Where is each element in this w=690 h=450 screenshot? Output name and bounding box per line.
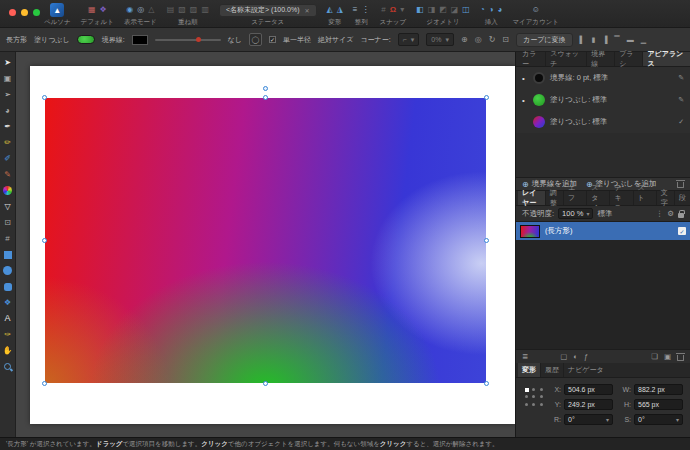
rounded-rectangle-tool[interactable] bbox=[1, 279, 15, 294]
adjustment-icon[interactable]: ◐ bbox=[573, 353, 578, 361]
pen-tool[interactable]: ✒ bbox=[1, 119, 15, 134]
document-title-tab[interactable]: <名称未設定> (100.0%) ✕ bbox=[219, 4, 317, 17]
canvas[interactable] bbox=[16, 52, 515, 437]
hand-tool[interactable]: ✋ bbox=[1, 343, 15, 358]
tab-effects[interactable]: エフェ bbox=[563, 191, 586, 205]
align-center-h-icon[interactable]: ▮ bbox=[592, 36, 596, 44]
selected-gradient-rectangle[interactable] bbox=[45, 98, 486, 383]
transparency-tool[interactable]: ▽ bbox=[1, 199, 15, 214]
align-bottom-icon[interactable]: ▁ bbox=[641, 36, 646, 44]
flip-horizontal-icon[interactable]: ◭ bbox=[327, 6, 333, 14]
tab-brushes[interactable]: ブラシ bbox=[614, 52, 642, 66]
selection-handle-top-right[interactable] bbox=[484, 95, 489, 100]
align-middle-icon[interactable]: ▬ bbox=[627, 36, 634, 43]
tab-swatches[interactable]: スウォッチ bbox=[545, 52, 586, 66]
effects-icon[interactable]: ƒ bbox=[584, 353, 588, 361]
edit-pencil-icon[interactable]: ✎ bbox=[678, 74, 684, 82]
selection-handle-top-left[interactable] bbox=[42, 95, 47, 100]
appearance-row-stroke[interactable]: • 境界線: 0 pt, 標準 ✎ bbox=[516, 67, 690, 89]
corner-tool[interactable]: ◕ bbox=[1, 103, 15, 118]
fill-tool[interactable] bbox=[1, 183, 15, 198]
color-defaults-icon[interactable]: ▦ bbox=[88, 6, 96, 14]
align-left-icon[interactable]: ▌ bbox=[580, 36, 585, 43]
layer-row-rectangle[interactable]: (長方形) ✓ bbox=[516, 222, 690, 240]
zoom-window-button[interactable] bbox=[33, 9, 40, 16]
selection-handle-middle-left[interactable] bbox=[42, 238, 47, 243]
sync-defaults-icon[interactable]: ❖ bbox=[99, 6, 106, 14]
tab-transform[interactable]: 変形 bbox=[518, 363, 540, 377]
absolute-size-label[interactable]: 絶対サイズ bbox=[318, 35, 354, 45]
tab-character[interactable]: 文字 bbox=[656, 191, 674, 205]
artboard-tool[interactable]: ▣ bbox=[1, 71, 15, 86]
snap-center-icon[interactable]: ◎ bbox=[475, 35, 482, 44]
s-input[interactable]: 0° ▾ bbox=[634, 414, 683, 425]
fill-color-swatch[interactable] bbox=[77, 35, 95, 44]
minimize-window-button[interactable] bbox=[21, 9, 28, 16]
insert-on-top-icon[interactable]: ◑ bbox=[489, 6, 494, 14]
move-tool[interactable]: ➤ bbox=[1, 55, 15, 70]
slider-handle[interactable] bbox=[196, 37, 201, 42]
distribute-icon[interactable]: ⋮ bbox=[361, 6, 369, 14]
tab-layers[interactable]: レイヤー bbox=[518, 191, 545, 205]
crop-tool[interactable]: # bbox=[1, 231, 15, 246]
corner-type-dropdown[interactable]: ⌐ ▾ bbox=[398, 33, 420, 46]
rotation-handle[interactable] bbox=[263, 86, 268, 91]
move-backward-icon[interactable]: ▨ bbox=[190, 6, 198, 14]
new-layer-icon[interactable]: ❏ bbox=[651, 353, 658, 361]
more-options-icon[interactable]: ⋮ bbox=[656, 210, 664, 218]
tab-paragraph[interactable]: 段 bbox=[674, 191, 690, 205]
gear-icon[interactable]: ⚙ bbox=[667, 210, 674, 218]
align-top-icon[interactable]: ▔ bbox=[614, 36, 619, 44]
magnet-icon[interactable]: Ω bbox=[390, 6, 396, 14]
vector-brush-tool[interactable]: ✐ bbox=[1, 151, 15, 166]
ellipse-tool[interactable] bbox=[1, 263, 15, 278]
designer-persona-icon[interactable]: ▲ bbox=[50, 3, 64, 17]
tab-stock[interactable]: ストッ bbox=[633, 191, 656, 205]
text-tool[interactable]: A bbox=[1, 311, 15, 326]
point-transform-tool[interactable]: ➢ bbox=[1, 87, 15, 102]
align-right-icon[interactable]: ▐ bbox=[602, 36, 607, 43]
opacity-field[interactable]: 100 % ▾ bbox=[558, 208, 593, 219]
selection-handle-top-center[interactable] bbox=[263, 95, 268, 100]
outline-view-icon[interactable]: △ bbox=[148, 6, 154, 14]
flip-vertical-icon[interactable]: ◮ bbox=[337, 6, 343, 14]
move-to-front-icon[interactable]: ▤ bbox=[167, 6, 175, 14]
color-picker-tool[interactable]: ✑ bbox=[1, 327, 15, 342]
layer-stack-icon[interactable]: ≣ bbox=[522, 353, 528, 361]
single-radius-checkbox[interactable]: ✓ bbox=[269, 36, 276, 43]
tab-navigator[interactable]: ナビゲータ bbox=[563, 363, 608, 377]
insert-behind-icon[interactable]: ◔ bbox=[480, 6, 485, 14]
layer-visibility-checkbox[interactable]: ✓ bbox=[678, 227, 686, 235]
rectangle-tool[interactable] bbox=[1, 247, 15, 262]
tab-text-styles[interactable]: テキス bbox=[609, 191, 632, 205]
bounding-box-icon[interactable]: ⊡ bbox=[502, 35, 509, 44]
stroke-color-swatch[interactable] bbox=[132, 35, 148, 45]
stroke-width-slider[interactable] bbox=[155, 39, 221, 41]
insert-inside-icon[interactable]: ◕ bbox=[498, 6, 503, 14]
edit-pencil-icon[interactable]: ✎ bbox=[678, 96, 684, 104]
appearance-row-fill[interactable]: • 塗りつぶし: 標準 ✎ bbox=[516, 89, 690, 111]
mask-icon[interactable]: ▢ bbox=[560, 353, 567, 361]
selection-handle-middle-right[interactable] bbox=[484, 238, 489, 243]
layer-thumbnail[interactable] bbox=[520, 225, 540, 238]
stroke-swatch[interactable] bbox=[533, 72, 545, 84]
move-to-back-icon[interactable]: ▥ bbox=[201, 6, 209, 14]
selection-handle-bottom-left[interactable] bbox=[42, 381, 47, 386]
close-window-button[interactable] bbox=[9, 9, 16, 16]
zoom-tool[interactable] bbox=[1, 359, 15, 374]
tab-appearance[interactable]: アピアランス bbox=[642, 52, 690, 66]
snapping-grid-icon[interactable]: # bbox=[381, 6, 385, 14]
blend-mode-value[interactable]: 標準 bbox=[597, 209, 612, 219]
insert-point-icon[interactable]: ⊕ bbox=[461, 35, 468, 44]
boolean-divide-icon[interactable]: ◪ bbox=[451, 6, 459, 14]
alignment-icon[interactable]: ≡ bbox=[353, 6, 358, 14]
h-input[interactable]: 565 px bbox=[634, 399, 683, 410]
anchor-point-selector[interactable] bbox=[523, 386, 545, 408]
group-icon[interactable]: ▣ bbox=[664, 353, 671, 361]
appearance-row-gradient-fill[interactable]: 塗りつぶし: 標準 ✓ bbox=[516, 111, 690, 133]
my-account-icon[interactable]: ☺ bbox=[532, 6, 540, 14]
delete-appearance-icon[interactable] bbox=[677, 182, 684, 188]
pencil-tool[interactable]: ✏ bbox=[1, 135, 15, 150]
document-close-icon[interactable]: ✕ bbox=[304, 7, 309, 14]
r-input[interactable]: 0° ▾ bbox=[564, 414, 613, 425]
